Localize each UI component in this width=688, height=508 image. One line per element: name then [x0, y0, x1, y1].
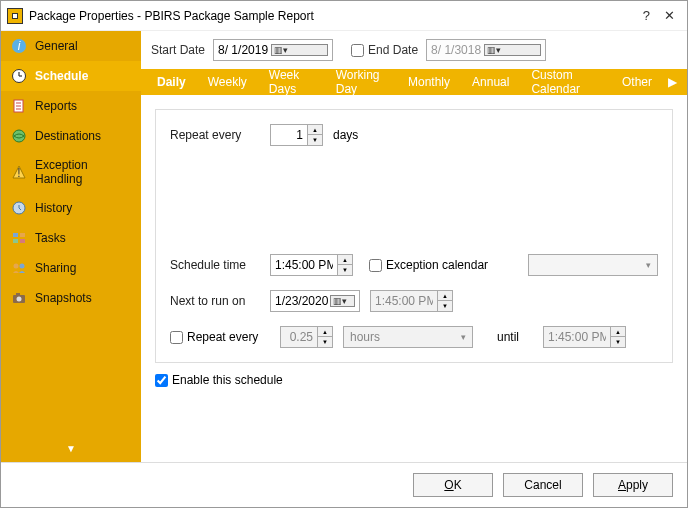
sidebar-item-label: Tasks	[35, 231, 66, 245]
close-button[interactable]: ✕	[664, 8, 675, 23]
sidebar-item-label: Snapshots	[35, 291, 92, 305]
spin-down-icon[interactable]: ▼	[308, 135, 322, 145]
titlebar: Package Properties - PBIRS Package Sampl…	[1, 1, 687, 31]
sidebar-item-label: Reports	[35, 99, 77, 113]
chevron-down-icon: ▾	[461, 332, 466, 342]
svg-rect-21	[16, 293, 20, 296]
tab-monthly[interactable]: Monthly	[398, 71, 460, 93]
schedule-tabs: Daily Weekly Week Days Working Day Month…	[141, 69, 687, 95]
next-run-time-spinner: ▲▼	[370, 290, 453, 312]
next-run-date-input[interactable]: 1/23/2020 ▥▾	[270, 290, 360, 312]
calendar-dropdown-icon[interactable]: ▥▾	[271, 44, 328, 56]
spin-down-icon[interactable]: ▼	[338, 265, 352, 275]
cancel-button[interactable]: Cancel	[503, 473, 583, 497]
svg-point-17	[14, 264, 19, 269]
tab-weekly[interactable]: Weekly	[198, 71, 257, 93]
schedule-time-spinner[interactable]: ▲▼	[270, 254, 353, 276]
repeat-interval-checkbox[interactable]: Repeat every	[170, 330, 270, 344]
end-date-label: End Date	[368, 43, 418, 57]
until-time-spinner: ▲▼	[543, 326, 626, 348]
schedule-time-row: Schedule time ▲▼ Exception calendar ▾	[170, 254, 658, 276]
svg-rect-15	[13, 239, 18, 243]
tabs-scroll-right-icon[interactable]: ▶	[664, 75, 681, 89]
schedule-time-value[interactable]	[271, 258, 337, 272]
svg-point-18	[20, 264, 25, 269]
chevron-down-icon: ▾	[646, 260, 651, 270]
sidebar-item-history[interactable]: History	[1, 193, 141, 223]
until-label: until	[497, 330, 519, 344]
spin-up-icon[interactable]: ▲	[338, 255, 352, 265]
svg-text:!: !	[17, 166, 20, 180]
sidebar-item-label: Schedule	[35, 69, 88, 83]
spin-up-icon: ▲	[318, 327, 332, 337]
repeat-interval-check-input[interactable]	[170, 331, 183, 344]
sidebar-collapse-icon[interactable]: ▼	[1, 435, 141, 462]
sidebar-item-destinations[interactable]: Destinations	[1, 121, 141, 151]
repeat-every-spinner[interactable]: ▲▼	[270, 124, 323, 146]
help-button[interactable]: ?	[643, 8, 650, 23]
spin-down-icon: ▼	[318, 337, 332, 347]
daily-panel: Repeat every ▲▼ days Schedule time ▲▼	[155, 109, 673, 363]
repeat-unit-value: hours	[350, 330, 380, 344]
svg-text:i: i	[18, 39, 21, 53]
repeat-unit-label: days	[333, 128, 358, 142]
camera-icon	[11, 290, 27, 306]
sidebar-item-tasks[interactable]: Tasks	[1, 223, 141, 253]
tab-other[interactable]: Other	[612, 71, 662, 93]
enable-schedule-label: Enable this schedule	[172, 373, 283, 387]
repeat-unit-combo: hours ▾	[343, 326, 473, 348]
globe-icon	[11, 128, 27, 144]
repeat-every-row: Repeat every ▲▼ days	[170, 124, 658, 146]
exception-calendar-combo: ▾	[528, 254, 658, 276]
exception-calendar-checkbox[interactable]: Exception calendar	[369, 258, 488, 272]
sidebar-item-general[interactable]: i General	[1, 31, 141, 61]
sidebar-item-sharing[interactable]: Sharing	[1, 253, 141, 283]
exception-calendar-label: Exception calendar	[386, 258, 488, 272]
sidebar-item-reports[interactable]: Reports	[1, 91, 141, 121]
sidebar-item-snapshots[interactable]: Snapshots	[1, 283, 141, 313]
until-time-value	[544, 330, 610, 344]
end-date-checkbox[interactable]: End Date	[351, 43, 418, 57]
dialog-body: i General Schedule Reports Destinations …	[1, 31, 687, 462]
spin-up-icon: ▲	[438, 291, 452, 301]
repeat-interval-value	[281, 330, 317, 344]
repeat-every-label: Repeat every	[170, 128, 260, 142]
svg-rect-13	[13, 233, 18, 237]
history-icon	[11, 200, 27, 216]
sidebar: i General Schedule Reports Destinations …	[1, 31, 141, 462]
enable-schedule-checkbox[interactable]: Enable this schedule	[155, 373, 673, 387]
sidebar-item-schedule[interactable]: Schedule	[1, 61, 141, 91]
calendar-dropdown-icon: ▥▾	[484, 44, 541, 56]
spin-up-icon: ▲	[611, 327, 625, 337]
sidebar-item-exception-handling[interactable]: ! Exception Handling	[1, 151, 141, 193]
next-run-row: Next to run on 1/23/2020 ▥▾ ▲▼	[170, 290, 658, 312]
tasks-icon	[11, 230, 27, 246]
dialog-footer: OK Cancel Apply	[1, 462, 687, 507]
dialog-window: Package Properties - PBIRS Package Sampl…	[0, 0, 688, 508]
tab-annual[interactable]: Annual	[462, 71, 519, 93]
sidebar-item-label: Exception Handling	[35, 158, 131, 186]
tab-content: Repeat every ▲▼ days Schedule time ▲▼	[141, 95, 687, 462]
svg-point-20	[17, 297, 22, 302]
enable-schedule-check-input[interactable]	[155, 374, 168, 387]
report-icon	[11, 98, 27, 114]
repeat-interval-row: Repeat every ▲▼ hours ▾ until	[170, 326, 658, 348]
info-icon: i	[11, 38, 27, 54]
sidebar-item-label: History	[35, 201, 72, 215]
calendar-dropdown-icon[interactable]: ▥▾	[330, 295, 355, 307]
main-panel: Start Date 8/ 1/2019 ▥▾ End Date 8/ 1/30…	[141, 31, 687, 462]
tab-daily[interactable]: Daily	[147, 71, 196, 93]
warning-icon: !	[11, 164, 27, 180]
start-date-input[interactable]: 8/ 1/2019 ▥▾	[213, 39, 333, 61]
ok-button[interactable]: OK	[413, 473, 493, 497]
spin-down-icon: ▼	[438, 301, 452, 311]
sidebar-item-label: Destinations	[35, 129, 101, 143]
spin-up-icon[interactable]: ▲	[308, 125, 322, 135]
apply-button[interactable]: Apply	[593, 473, 673, 497]
repeat-interval-spinner: ▲▼	[280, 326, 333, 348]
repeat-every-value[interactable]	[271, 128, 307, 142]
start-date-label: Start Date	[151, 43, 205, 57]
exception-calendar-check-input[interactable]	[369, 259, 382, 272]
sharing-icon	[11, 260, 27, 276]
end-date-check-input[interactable]	[351, 44, 364, 57]
